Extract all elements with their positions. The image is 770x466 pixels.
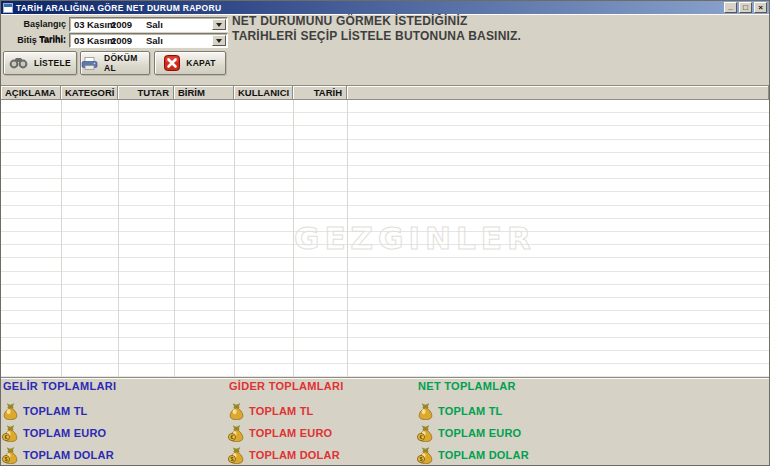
kapat-button-label: KAPAT xyxy=(186,58,216,68)
start-date-combobox[interactable]: 03 Kasım 2009 Salı xyxy=(69,17,228,32)
instruction-line-1: NET DURUMUNU GÖRMEK İSTEDİĞİNİZ xyxy=(232,14,521,29)
column-header-aciklama[interactable]: AÇIKLAMA xyxy=(1,86,61,100)
net-toplam-tl-label: TOPLAM TL xyxy=(438,405,503,417)
gelir-toplam-dolar-item: $ TOPLAM DOLAR xyxy=(3,447,218,463)
money-bag-euro-icon: € xyxy=(229,425,244,442)
report-window: TARİH ARALIĞINA GÖRE NET DURUM RAPORU _ … xyxy=(0,0,770,466)
gelir-toplam-euro-item: € TOPLAM EURO xyxy=(3,425,218,441)
table-grid-line xyxy=(234,100,235,377)
table-header: AÇIKLAMA KATEGORİ TUTAR BİRİM KULLANICI … xyxy=(1,85,769,100)
end-date-label: Bitiş Tarihi: xyxy=(1,33,66,48)
end-date-day: 03 xyxy=(74,35,85,47)
column-header-kategori[interactable]: KATEGORİ xyxy=(61,86,118,100)
start-date-year: 2009 xyxy=(111,19,132,31)
close-button[interactable]: × xyxy=(754,2,767,13)
end-date-combobox[interactable]: 03 Kasım 2009 Salı xyxy=(69,33,228,48)
gelir-toplam-tl-item: TOPLAM TL xyxy=(3,403,218,419)
listele-button-label: LİSTELE xyxy=(34,58,71,68)
column-header-kullanici[interactable]: KULLANICI xyxy=(234,86,293,100)
table-grid-line xyxy=(118,100,119,377)
instruction-line-2: TARİHLERİ SEÇİP LİSTELE BUTONUNA BASINIZ… xyxy=(232,29,521,44)
money-bag-icon xyxy=(418,403,433,420)
column-header-tutar[interactable]: TUTAR xyxy=(118,86,174,100)
net-toplam-tl-item: TOPLAM TL xyxy=(418,403,633,419)
instruction-text: NET DURUMUNU GÖRMEK İSTEDİĞİNİZ TARİHLER… xyxy=(232,14,521,44)
net-toplam-dolar-item: $ TOPLAM DOLAR xyxy=(418,447,633,463)
money-bag-dollar-icon: $ xyxy=(418,447,433,464)
totals-divider xyxy=(1,377,769,379)
gider-toplam-tl-item: TOPLAM TL xyxy=(229,403,444,419)
window-icon xyxy=(3,3,13,13)
close-x-icon xyxy=(164,55,180,71)
restore-button[interactable]: □ xyxy=(739,2,752,13)
end-date-weekday: Salı xyxy=(146,35,163,47)
currency-symbol: $ xyxy=(228,455,236,463)
gider-totals-title: GİDER TOPLAMLARI xyxy=(229,380,444,397)
gider-toplam-tl-label: TOPLAM TL xyxy=(249,405,314,417)
table-grid-line xyxy=(174,100,175,377)
column-header-empty xyxy=(347,86,769,100)
gelir-totals-column: GELİR TOPLAMLARI TOPLAM TL € TOPLAM EURO… xyxy=(3,380,218,463)
net-toplam-dolar-label: TOPLAM DOLAR xyxy=(438,449,529,461)
gelir-toplam-dolar-label: TOPLAM DOLAR xyxy=(23,449,114,461)
table-grid-line xyxy=(61,100,62,377)
money-bag-euro-icon: € xyxy=(418,425,433,442)
window-title: TARİH ARALIĞINA GÖRE NET DURUM RAPORU xyxy=(16,3,221,13)
gider-toplam-euro-label: TOPLAM EURO xyxy=(249,427,332,439)
dokum-al-button[interactable]: DÖKÜM AL xyxy=(80,51,150,75)
minimize-button[interactable]: _ xyxy=(724,2,737,13)
gider-toplam-euro-item: € TOPLAM EURO xyxy=(229,425,444,441)
titlebar: TARİH ARALIĞINA GÖRE NET DURUM RAPORU _ … xyxy=(1,1,769,15)
end-date-dropdown-arrow-icon[interactable] xyxy=(212,35,226,46)
money-bag-dollar-icon: $ xyxy=(229,447,244,464)
net-totals-column: NET TOPLAMLAR TOPLAM TL € TOPLAM EURO $ … xyxy=(418,380,633,463)
end-date-year: 2009 xyxy=(111,35,132,47)
kapat-button[interactable]: KAPAT xyxy=(154,51,226,75)
money-bag-euro-icon: € xyxy=(3,425,18,442)
net-toplam-euro-label: TOPLAM EURO xyxy=(438,427,521,439)
start-date-dropdown-arrow-icon[interactable] xyxy=(212,19,226,30)
gezginler-watermark: GEZGINLER xyxy=(294,220,536,256)
printer-icon xyxy=(81,57,98,70)
currency-symbol: € xyxy=(2,433,10,441)
currency-symbol: € xyxy=(417,433,425,441)
gelir-totals-title: GELİR TOPLAMLARI xyxy=(3,380,218,397)
binoculars-icon xyxy=(9,57,28,69)
gider-toplam-dolar-item: $ TOPLAM DOLAR xyxy=(229,447,444,463)
net-toplam-euro-item: € TOPLAM EURO xyxy=(418,425,633,441)
listele-button[interactable]: LİSTELE xyxy=(3,51,77,75)
money-bag-dollar-icon: $ xyxy=(3,447,18,464)
currency-symbol: $ xyxy=(417,455,425,463)
dokum-al-button-label: DÖKÜM AL xyxy=(104,53,149,73)
start-date-weekday: Salı xyxy=(146,19,163,31)
start-date-day: 03 xyxy=(74,19,85,31)
currency-symbol: € xyxy=(228,433,236,441)
gelir-toplam-tl-label: TOPLAM TL xyxy=(23,405,88,417)
currency-symbol: $ xyxy=(2,455,10,463)
gider-toplam-dolar-label: TOPLAM DOLAR xyxy=(249,449,340,461)
money-bag-icon xyxy=(3,403,18,420)
gelir-toplam-euro-label: TOPLAM EURO xyxy=(23,427,106,439)
column-header-birim[interactable]: BİRİM xyxy=(174,86,234,100)
window-controls: _ □ × xyxy=(724,2,767,13)
money-bag-icon xyxy=(229,403,244,420)
net-totals-title: NET TOPLAMLAR xyxy=(418,380,633,397)
gider-totals-column: GİDER TOPLAMLARI TOPLAM TL € TOPLAM EURO… xyxy=(229,380,444,463)
column-header-tarih[interactable]: TARİH xyxy=(293,86,347,100)
